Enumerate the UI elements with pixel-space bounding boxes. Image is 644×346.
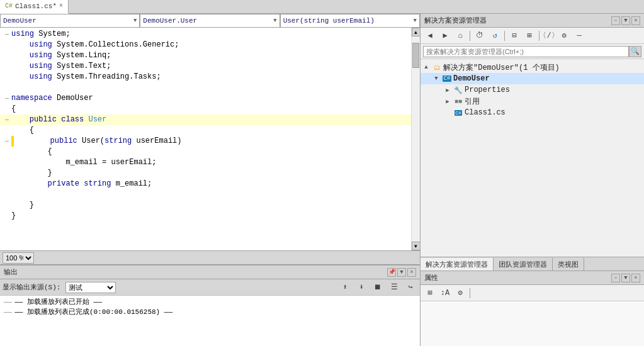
solution-explorer-titlebar: 解决方案资源管理器 – ▼ × [421, 14, 644, 28]
editor-nav: DemoUser ▼ DemoUser.User ▼ User(string u… [0, 14, 420, 28]
expand-project[interactable]: ▼ [432, 74, 441, 83]
output-source-select[interactable]: 测试 [65, 282, 116, 293]
se-dropdown-btn[interactable]: ▼ [621, 16, 630, 25]
se-sync-btn[interactable]: ⏱ [473, 30, 487, 42]
tree-node-references[interactable]: ▶ ■■ 引用 [421, 96, 644, 107]
se-pin-btn[interactable]: – [611, 16, 620, 25]
se-collapse-btn[interactable]: ⊟ [507, 30, 521, 42]
se-tab-solution[interactable]: 解决方案资源管理器 [421, 258, 494, 271]
se-close-btn[interactable]: × [631, 16, 640, 25]
se-filter-btn[interactable]: ⊞ [523, 30, 536, 42]
main-layout: DemoUser ▼ DemoUser.User ▼ User(string u… [0, 14, 644, 346]
zoom-select[interactable]: 100 % [3, 252, 34, 264]
line-text-14: } [11, 168, 411, 179]
se-home-btn[interactable]: ⌂ [453, 30, 467, 42]
code-line-9: — public class User [0, 114, 411, 125]
tab-close-btn[interactable]: × [59, 3, 63, 9]
expand-solution[interactable]: ▲ [422, 63, 431, 72]
prop-pin-btn[interactable]: – [611, 274, 620, 282]
se-tab-team[interactable]: 团队资源管理器 [494, 258, 553, 271]
output-dropdown-btn[interactable]: ▼ [397, 268, 406, 277]
output-tool4[interactable]: ☰ [387, 281, 401, 294]
output-pin-btn[interactable]: 📌 [387, 268, 396, 277]
se-tab-class[interactable]: 类视图 [553, 258, 584, 271]
output-tool3[interactable]: ⏹ [371, 281, 385, 294]
se-forward-btn[interactable]: ▶ [438, 30, 452, 42]
solution-icon: 🗂 [432, 62, 442, 72]
prop-categories-btn[interactable]: ⊞ [423, 287, 437, 299]
prop-win-btns: – ▼ × [611, 274, 640, 282]
tab-class1[interactable]: C# Class1.cs* × [0, 0, 69, 14]
collapse-7[interactable]: — [3, 93, 11, 104]
editor-panel: DemoUser ▼ DemoUser.User ▼ User(string u… [0, 14, 421, 346]
prop-close-btn[interactable]: × [631, 274, 640, 282]
code-scrollbar[interactable]: ▲ ▼ [411, 28, 420, 250]
line-text-12: { [11, 147, 411, 157]
output-tool1[interactable]: ⬆ [338, 281, 352, 294]
code-line-6 [0, 82, 411, 93]
output-msg-2: —— —— 加载播放列表已完成(0:00:00.0156258) —— [4, 307, 416, 317]
collapse-1[interactable]: — [3, 29, 11, 40]
scroll-thumb[interactable] [412, 43, 419, 68]
output-tool2[interactable]: ⬇ [354, 281, 368, 294]
code-line-15: private string m_email; [0, 179, 411, 189]
expand-references[interactable]: ▶ [443, 97, 452, 106]
cs-icon: C# [5, 3, 13, 9]
output-close-btn[interactable]: × [407, 268, 416, 277]
right-panel: 解决方案资源管理器 – ▼ × ◀ ▶ ⌂ ⏱ ↺ ⊟ ⊞ 〈/〉 ⚙ — [421, 14, 644, 346]
tree-node-solution[interactable]: ▲ 🗂 解决方案"DemoUser"(1 个项目) [421, 62, 644, 73]
properties-titlebar: 属性 – ▼ × [421, 271, 644, 285]
namespace-value: DemoUser [3, 17, 37, 25]
code-line-13: m_email = userEmail; [0, 157, 411, 168]
se-search-btn[interactable]: 🔍 [629, 46, 641, 57]
line-text-17: } [11, 200, 411, 211]
prop-dropdown-btn[interactable]: ▼ [621, 274, 630, 282]
se-code-btn[interactable]: 〈/〉 [542, 30, 556, 42]
se-back-btn[interactable]: ◀ [423, 30, 437, 42]
line-text-13: m_email = userEmail; [11, 157, 411, 168]
output-titlebar: 输出 📌 ▼ × [0, 265, 420, 279]
tree-node-class1[interactable]: ▶ C# Class1.cs [421, 107, 644, 118]
code-line-4: using System.Text; [0, 61, 411, 72]
solution-label: 解决方案"DemoUser"(1 个项目) [443, 62, 560, 73]
method-dropdown[interactable]: User(string userEmail) ▼ [280, 14, 420, 28]
scroll-down-btn[interactable]: ▼ [412, 242, 421, 250]
line-text-9: public class User [11, 114, 411, 125]
tree-node-properties[interactable]: ▶ 🔧 Properties [421, 84, 644, 96]
line-text-10: { [11, 125, 411, 136]
se-search-bar: 🔍 [421, 44, 644, 59]
collapse-11[interactable]: — [3, 136, 11, 147]
output-tool5[interactable]: ↪ [404, 281, 417, 294]
properties-icon: 🔧 [453, 85, 463, 95]
class-dropdown[interactable]: DemoUser.User ▼ [140, 14, 280, 28]
namespace-dropdown[interactable]: DemoUser ▼ [0, 14, 140, 28]
tab-class1-label: Class1.cs* [15, 3, 57, 10]
code-line-12: { [0, 147, 411, 157]
line-text-6 [11, 82, 411, 93]
collapse-9[interactable]: — [3, 114, 11, 125]
tree-node-project[interactable]: ▼ C# DemoUser [421, 73, 644, 84]
references-label: 引用 [465, 96, 480, 107]
expand-properties[interactable]: ▶ [443, 86, 452, 94]
line-text-4: using System.Text; [11, 61, 411, 72]
se-refresh-btn[interactable]: ↺ [488, 30, 502, 42]
prop-sort-btn[interactable]: ↕A [438, 287, 452, 299]
line-text-8: { [11, 104, 411, 114]
prop-settings-btn[interactable]: ⚙ [453, 287, 467, 299]
prop-empty [421, 301, 644, 346]
code-content[interactable]: — using System; using System.Collections… [0, 28, 411, 250]
output-win-btns: 📌 ▼ × [387, 268, 416, 277]
se-minus-btn[interactable]: — [572, 30, 586, 42]
line-text-11: public User(string userEmail) [14, 136, 411, 147]
se-search-input[interactable] [423, 46, 629, 57]
scroll-up-btn[interactable]: ▲ [412, 28, 421, 36]
scroll-track[interactable] [412, 36, 420, 242]
se-toolbar: ◀ ▶ ⌂ ⏱ ↺ ⊟ ⊞ 〈/〉 ⚙ — [421, 28, 644, 44]
se-settings-btn[interactable]: ⚙ [557, 30, 571, 42]
code-line-3: using System.Linq; [0, 50, 411, 61]
solution-tree: ▲ 🗂 解决方案"DemoUser"(1 个项目) ▼ C# DemoUser … [421, 59, 644, 257]
references-icon: ■■ [453, 96, 463, 106]
output-source-label: 显示输出来源(S): [3, 282, 60, 292]
prop-content [421, 301, 644, 346]
output-msg-1: —— —— 加载播放列表已开始 —— [4, 297, 416, 307]
